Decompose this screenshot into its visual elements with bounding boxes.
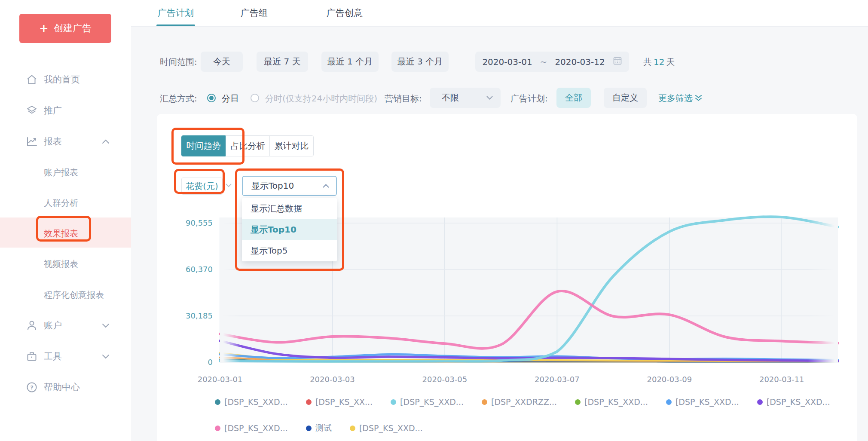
create-ad-label: 创建广告 bbox=[54, 22, 92, 35]
sidebar-item-account[interactable]: 账户 bbox=[0, 315, 131, 336]
date-range-picker[interactable]: 2020-03-01 ~ 2020-03-12 bbox=[475, 52, 629, 72]
svg-text:?: ? bbox=[30, 384, 34, 391]
radio-by-hour-label[interactable]: 分时(仅支持24小时内时间段) bbox=[265, 93, 377, 104]
legend-dot bbox=[350, 426, 355, 431]
tab-ad-creative[interactable]: 广告创意 bbox=[327, 7, 363, 19]
sidebar-item-help-center[interactable]: ? 帮助中心 bbox=[0, 377, 131, 398]
radio-by-day[interactable] bbox=[207, 94, 216, 102]
legend-item[interactable]: [DSP_XXDRZZ... bbox=[482, 397, 557, 407]
top-n-select[interactable]: 显示Top10 bbox=[242, 176, 337, 196]
sidebar-item-tools[interactable]: 工具 bbox=[0, 346, 131, 367]
sidebar-item-programmatic-creative-report[interactable]: 程序化创意报表 bbox=[0, 285, 131, 305]
chevron-down-icon bbox=[102, 354, 110, 359]
sidebar-item-effect-report[interactable]: 效果报表 bbox=[0, 223, 131, 244]
user-icon bbox=[26, 319, 38, 331]
legend-label: [DSP_KS_XXD... bbox=[224, 397, 288, 407]
ad-plan-filter-label: 广告计划: bbox=[510, 93, 548, 104]
metric-select[interactable]: 花费(元) bbox=[181, 178, 223, 195]
create-ad-button[interactable]: + 创建广告 bbox=[19, 14, 111, 43]
entity-tabs-bar: 广告计划 广告组 广告创意 bbox=[131, 0, 868, 27]
legend-item[interactable]: [DSP_KS_XXD... bbox=[215, 397, 288, 407]
summary-mode-label: 汇总方式: bbox=[160, 93, 197, 104]
home-icon bbox=[26, 74, 38, 86]
plus-icon: + bbox=[39, 23, 49, 34]
legend-dot bbox=[215, 426, 220, 431]
date-separator: ~ bbox=[540, 57, 547, 67]
y-axis-label: 0 bbox=[165, 358, 213, 367]
legend-item[interactable]: [DSP_KS_XXD... bbox=[666, 397, 739, 407]
legend-dot bbox=[575, 399, 581, 405]
chart-tab-ratio-analysis[interactable]: 占比分析 bbox=[226, 135, 270, 156]
legend-label: [DSP_XXDRZZ... bbox=[491, 397, 557, 407]
chevron-up-icon bbox=[323, 184, 329, 188]
chart-legend-row-2: [DSP_KS_XXD...测试[DSP_KS_XXD... bbox=[215, 423, 423, 434]
sidebar-item-reports[interactable]: 报表 bbox=[0, 131, 131, 152]
radio-by-hour[interactable] bbox=[251, 94, 259, 102]
legend-item[interactable]: [DSP_KS_XXD... bbox=[350, 423, 423, 433]
chevron-down-icon bbox=[486, 96, 493, 100]
legend-item[interactable]: [DSP_KS_XXD... bbox=[215, 423, 288, 433]
range-1month-button[interactable]: 最近 1 个月 bbox=[321, 52, 379, 72]
legend-label: [DSP_KS_XXD... bbox=[675, 397, 739, 407]
marketing-goal-select[interactable]: 不限 bbox=[430, 88, 501, 108]
tab-ad-plan[interactable]: 广告计划 bbox=[158, 7, 194, 19]
option-show-top5[interactable]: 显示Top5 bbox=[242, 240, 337, 261]
x-axis-label: 2020-03-03 bbox=[298, 375, 367, 384]
time-range-label: 时间范围: bbox=[160, 56, 197, 68]
double-chevron-down-icon bbox=[695, 93, 702, 104]
date-end: 2020-03-12 bbox=[555, 57, 605, 67]
y-axis-label: 60,370 bbox=[165, 265, 213, 274]
layers-icon bbox=[26, 104, 38, 116]
chevron-down-icon bbox=[102, 323, 110, 328]
legend-dot bbox=[482, 399, 487, 405]
legend-label: 测试 bbox=[315, 423, 332, 434]
legend-dot bbox=[666, 399, 672, 405]
plot-right-fade bbox=[808, 217, 838, 363]
tab-ad-group[interactable]: 广告组 bbox=[241, 7, 268, 19]
radio-by-day-label[interactable]: 分日 bbox=[222, 93, 239, 104]
option-show-top10[interactable]: 显示Top10 bbox=[242, 219, 337, 240]
sidebar-item-audience-analysis[interactable]: 人群分析 bbox=[0, 193, 131, 213]
legend-label: [DSP_KS_XX... bbox=[315, 397, 373, 407]
top-n-dropdown-menu: 显示汇总数据 显示Top10 显示Top5 bbox=[242, 198, 337, 261]
legend-dot bbox=[306, 426, 312, 431]
total-days-text: 共12天 bbox=[643, 56, 675, 68]
y-axis-label: 90,555 bbox=[165, 218, 213, 227]
sidebar-item-account-report[interactable]: 账户报表 bbox=[0, 162, 131, 183]
x-axis-label: 2020-03-05 bbox=[410, 375, 479, 384]
chart-tab-cumulative-compare[interactable]: 累计对比 bbox=[269, 135, 314, 156]
more-filters-button[interactable]: 更多筛选 bbox=[658, 92, 702, 104]
line-chart-icon bbox=[26, 135, 38, 147]
sidebar-item-video-report[interactable]: 视频报表 bbox=[0, 254, 131, 274]
x-axis-label: 2020-03-01 bbox=[186, 375, 254, 384]
option-show-summary[interactable]: 显示汇总数据 bbox=[242, 198, 337, 219]
range-7days-button[interactable]: 最近 7 天 bbox=[257, 52, 308, 72]
legend-item[interactable]: [DSP_KS_XXD... bbox=[391, 397, 464, 407]
legend-label: [DSP_KS_XXD... bbox=[400, 397, 464, 407]
x-axis-label: 2020-03-07 bbox=[523, 375, 591, 384]
chart-tab-time-trend[interactable]: 时间趋势 bbox=[181, 135, 226, 156]
plan-custom-button[interactable]: 自定义 bbox=[604, 88, 647, 108]
marketing-goal-label: 营销目标: bbox=[385, 93, 422, 104]
plan-all-button[interactable]: 全部 bbox=[556, 88, 591, 108]
y-axis-label: 30,185 bbox=[165, 311, 213, 320]
legend-dot bbox=[306, 399, 312, 405]
range-today-button[interactable]: 今天 bbox=[201, 52, 243, 72]
legend-item[interactable]: 测试 bbox=[306, 423, 332, 434]
sidebar-item-home[interactable]: 我的首页 bbox=[0, 69, 131, 90]
legend-item[interactable]: [DSP_KS_XXD... bbox=[757, 397, 830, 407]
legend-label: [DSP_KS_XXD... bbox=[584, 397, 648, 407]
report-chart-card: 时间趋势 占比分析 累计对比 花费(元) 显示Top10 显示汇总数据 显示To… bbox=[157, 114, 857, 441]
total-days-count: 12 bbox=[652, 57, 666, 67]
legend-label: [DSP_KS_XXD... bbox=[224, 423, 288, 433]
legend-label: [DSP_KS_XXD... bbox=[767, 397, 830, 407]
range-3months-button[interactable]: 最近 3 个月 bbox=[391, 52, 449, 72]
date-start: 2020-03-01 bbox=[482, 57, 532, 67]
help-icon: ? bbox=[26, 381, 38, 393]
chevron-down-icon bbox=[226, 184, 232, 187]
legend-item[interactable]: [DSP_KS_XX... bbox=[306, 397, 373, 407]
x-axis-label: 2020-03-11 bbox=[747, 375, 816, 384]
plot-left-fade bbox=[220, 217, 241, 363]
legend-item[interactable]: [DSP_KS_XXD... bbox=[575, 397, 648, 407]
sidebar-item-promotion[interactable]: 推广 bbox=[0, 100, 131, 121]
